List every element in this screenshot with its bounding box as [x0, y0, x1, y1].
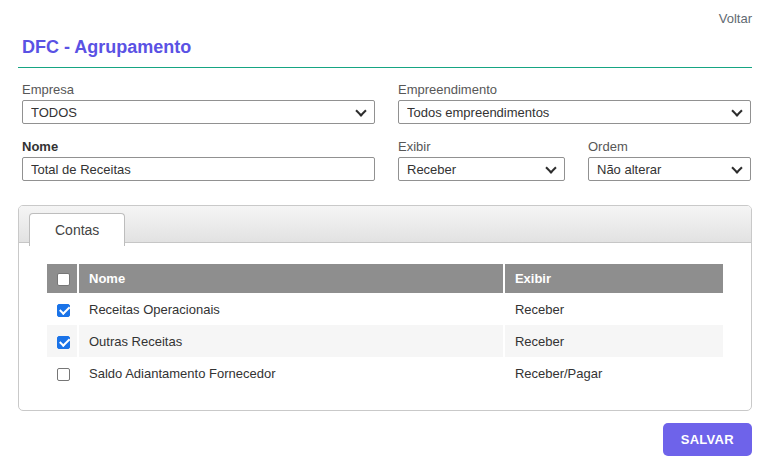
- ordem-select[interactable]: Não alterar: [588, 157, 751, 181]
- empreendimento-select-wrap: Todos empreendimentos: [398, 100, 751, 124]
- footer: SALVAR: [18, 423, 752, 456]
- row-checkbox[interactable]: [57, 304, 70, 317]
- row-checkbox[interactable]: [57, 336, 70, 349]
- empresa-label: Empresa: [22, 82, 375, 97]
- row-exibir: Receber: [504, 325, 723, 357]
- table-row: Outras Receitas Receber: [47, 325, 723, 357]
- tab-content: Nome Exibir Receitas Operacionais Recebe…: [19, 243, 751, 389]
- empreendimento-select[interactable]: Todos empreendimentos: [398, 100, 751, 124]
- empresa-select-wrap: TODOS: [22, 100, 375, 124]
- save-button[interactable]: SALVAR: [663, 423, 752, 456]
- row-nome: Receitas Operacionais: [78, 293, 504, 325]
- row-nome: Saldo Adiantamento Fornecedor: [78, 357, 504, 389]
- contas-tab-panel: Contas Nome Exibir: [18, 205, 752, 411]
- exibir-select[interactable]: Receber: [398, 157, 565, 181]
- field-pair: Exibir Receber Ordem Não alterar: [398, 139, 751, 181]
- table-header-row: Nome Exibir: [47, 264, 723, 293]
- page: Voltar DFC - Agrupamento Empresa TODOS E…: [0, 0, 770, 456]
- nome-input[interactable]: [22, 157, 375, 181]
- column-header-nome: Nome: [78, 264, 504, 293]
- accounts-table-body: Receitas Operacionais Receber Outras Rec…: [47, 293, 723, 389]
- exibir-select-wrap: Receber: [398, 157, 565, 181]
- row-exibir: Receber/Pagar: [504, 357, 723, 389]
- tab-strip: Contas: [19, 206, 751, 243]
- column-header-exibir: Exibir: [504, 264, 723, 293]
- field-nome: Nome: [22, 139, 375, 181]
- table-row: Receitas Operacionais Receber: [47, 293, 723, 325]
- field-empresa: Empresa TODOS: [22, 82, 375, 124]
- row-exibir: Receber: [504, 293, 723, 325]
- back-link[interactable]: Voltar: [719, 11, 752, 26]
- title-divider: [18, 67, 752, 68]
- empreendimento-label: Empreendimento: [398, 82, 751, 97]
- row-nome: Outras Receitas: [78, 325, 504, 357]
- page-title: DFC - Agrupamento: [22, 38, 752, 57]
- empresa-select[interactable]: TODOS: [22, 100, 375, 124]
- field-empreendimento: Empreendimento Todos empreendimentos: [398, 82, 751, 124]
- ordem-label: Ordem: [588, 139, 751, 154]
- form-row-2: Nome Exibir Receber Ordem: [22, 139, 752, 181]
- field-exibir: Exibir Receber: [398, 139, 565, 181]
- form-row-1: Empresa TODOS Empreendimento Todos empre…: [22, 82, 752, 124]
- row-checkbox[interactable]: [57, 368, 70, 381]
- field-ordem: Ordem Não alterar: [588, 139, 751, 181]
- table-row: Saldo Adiantamento Fornecedor Receber/Pa…: [47, 357, 723, 389]
- form: Empresa TODOS Empreendimento Todos empre…: [22, 82, 752, 181]
- tab-contas[interactable]: Contas: [29, 213, 125, 246]
- ordem-select-wrap: Não alterar: [588, 157, 751, 181]
- exibir-label: Exibir: [398, 139, 565, 154]
- topbar: Voltar: [18, 0, 752, 24]
- nome-label: Nome: [22, 139, 375, 154]
- accounts-table: Nome Exibir Receitas Operacionais Recebe…: [47, 264, 723, 389]
- select-all-checkbox[interactable]: [57, 273, 70, 286]
